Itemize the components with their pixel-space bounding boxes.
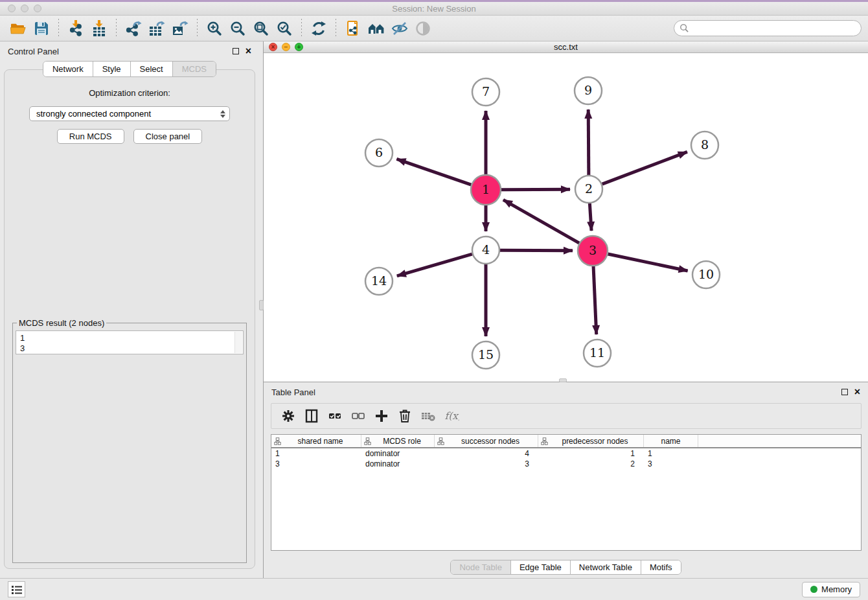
graph-node-4[interactable]: 4 [472, 237, 499, 264]
import-table-icon[interactable] [89, 18, 109, 39]
table-cell[interactable]: dominator [361, 459, 435, 469]
svg-text:1: 1 [482, 182, 490, 196]
network-close-button[interactable]: × [269, 43, 277, 51]
table-cell[interactable]: 2 [538, 459, 644, 469]
add-column-icon[interactable] [372, 406, 391, 426]
node-table[interactable]: shared nameMCDS rolesuccessor nodesprede… [271, 434, 862, 551]
column-header-successor-nodes[interactable]: successor nodes [435, 435, 538, 447]
float-panel-icon[interactable] [233, 48, 239, 54]
export-network-icon[interactable] [123, 18, 144, 39]
graph-node-7[interactable]: 7 [472, 78, 499, 106]
zoom-fit-icon[interactable] [251, 18, 271, 39]
mcds-result-fieldset: MCDS result (2 nodes) 13 [12, 318, 247, 563]
graph-node-6[interactable]: 6 [365, 139, 393, 167]
table-tab-node-table[interactable]: Node Table [451, 560, 511, 574]
table-tab-edge-table[interactable]: Edge Table [511, 560, 571, 574]
table-cell[interactable]: 3 [271, 459, 361, 469]
network-minimize-button[interactable]: − [282, 43, 290, 51]
edge-3-1[interactable] [503, 200, 579, 243]
graph-node-2[interactable]: 2 [575, 176, 602, 203]
right-column: × − + scc.txt 7968124314101511 Table Pan… [264, 41, 868, 578]
edge-2-8[interactable] [602, 152, 687, 184]
graph-node-8[interactable]: 8 [691, 132, 718, 159]
network-graph[interactable]: 7968124314101511 [264, 53, 868, 382]
svg-text:11: 11 [589, 345, 605, 360]
zoom-out-icon[interactable] [227, 18, 248, 39]
mcds-result-list[interactable]: 13 [16, 330, 244, 354]
close-table-panel-icon[interactable]: × [854, 389, 860, 395]
edge-1-2[interactable] [501, 189, 570, 190]
result-scrollbar[interactable] [234, 332, 242, 353]
table-cell[interactable]: 4 [435, 448, 538, 459]
zoom-selected-icon[interactable] [274, 18, 295, 39]
toolbar-separator [301, 19, 302, 38]
table-cell[interactable]: 3 [435, 459, 538, 469]
hide-selected-icon[interactable] [389, 18, 410, 39]
table-tab-network-table[interactable]: Network Table [571, 560, 641, 574]
table-cell[interactable]: 1 [271, 448, 361, 459]
tab-select[interactable]: Select [131, 62, 173, 76]
tab-network[interactable]: Network [43, 62, 93, 76]
first-neighbors-icon[interactable] [366, 18, 387, 39]
graph-node-11[interactable]: 11 [584, 340, 611, 367]
edge-2-9[interactable] [588, 110, 589, 175]
edge-4-14[interactable] [397, 254, 472, 276]
column-header-shared-name[interactable]: shared name [271, 435, 361, 447]
graph-node-10[interactable]: 10 [692, 261, 720, 288]
table-tab-motifs[interactable]: Motifs [641, 560, 681, 574]
graph-node-14[interactable]: 14 [365, 268, 393, 295]
close-panel-icon[interactable]: × [246, 48, 251, 54]
edge-4-3[interactable] [500, 250, 573, 251]
task-history-button[interactable] [8, 581, 25, 597]
import-network-icon[interactable] [65, 18, 86, 39]
search-input[interactable] [674, 20, 862, 36]
graph-node-3[interactable]: 3 [578, 236, 608, 266]
svg-text:2: 2 [585, 181, 593, 196]
splitter-grip[interactable] [259, 300, 264, 310]
column-header-MCDS-role[interactable]: MCDS role [361, 435, 435, 447]
panel-splitter[interactable] [259, 41, 264, 578]
graph-node-9[interactable]: 9 [575, 77, 602, 104]
edge-2-3[interactable] [589, 203, 591, 231]
column-header-name[interactable]: name [644, 435, 698, 447]
table-cell[interactable]: 3 [644, 459, 698, 469]
table-cell[interactable]: 1 [644, 448, 698, 459]
table-panel: Table Panel × f(x) shared nameMCDS roles… [264, 382, 868, 578]
table-cell[interactable]: dominator [361, 448, 435, 459]
run-mcds-button[interactable]: Run MCDS [57, 129, 124, 144]
edge-3-11[interactable] [593, 266, 597, 334]
titlebar: Session: New Session [0, 2, 868, 16]
optimization-criterion-select[interactable]: strongly connected component [29, 106, 230, 121]
show-columns-icon[interactable] [302, 406, 321, 426]
memory-button[interactable]: Memory [802, 582, 860, 597]
horizontal-splitter-grip[interactable] [559, 378, 567, 382]
svg-text:6: 6 [375, 145, 383, 159]
close-panel-button[interactable]: Close panel [133, 129, 203, 144]
column-header-predecessor-nodes[interactable]: predecessor nodes [538, 435, 644, 447]
graph-node-1[interactable]: 1 [471, 175, 501, 205]
export-table-icon[interactable] [146, 18, 167, 39]
network-maximize-button[interactable]: + [295, 43, 303, 51]
save-session-icon[interactable] [31, 18, 52, 39]
new-network-from-selection-icon[interactable] [343, 18, 363, 39]
apply-layout-icon[interactable] [308, 18, 329, 39]
export-image-icon[interactable] [170, 18, 190, 39]
table-settings-gear-icon[interactable] [279, 406, 298, 426]
table-row[interactable]: 1dominator411 [271, 448, 861, 459]
table-cell[interactable]: 1 [538, 448, 644, 459]
network-canvas[interactable]: 7968124314101511 [264, 53, 868, 382]
edge-3-10[interactable] [608, 254, 687, 271]
select-all-rows-icon[interactable] [325, 406, 345, 426]
delete-column-icon[interactable] [395, 406, 415, 426]
open-session-icon[interactable] [8, 18, 29, 39]
zoom-in-icon[interactable] [204, 18, 225, 39]
table-row[interactable]: 3dominator323 [271, 459, 861, 469]
control-panel: Control Panel × NetworkStyleSelectMCDS O… [0, 41, 259, 578]
graph-node-15[interactable]: 15 [472, 341, 499, 369]
edge-1-6[interactable] [396, 159, 471, 185]
select-stepper-icon [220, 110, 225, 118]
deselect-all-rows-icon[interactable] [348, 406, 368, 426]
tab-mcds[interactable]: MCDS [173, 62, 216, 76]
float-table-panel-icon[interactable] [841, 389, 848, 395]
tab-style[interactable]: Style [93, 62, 131, 76]
